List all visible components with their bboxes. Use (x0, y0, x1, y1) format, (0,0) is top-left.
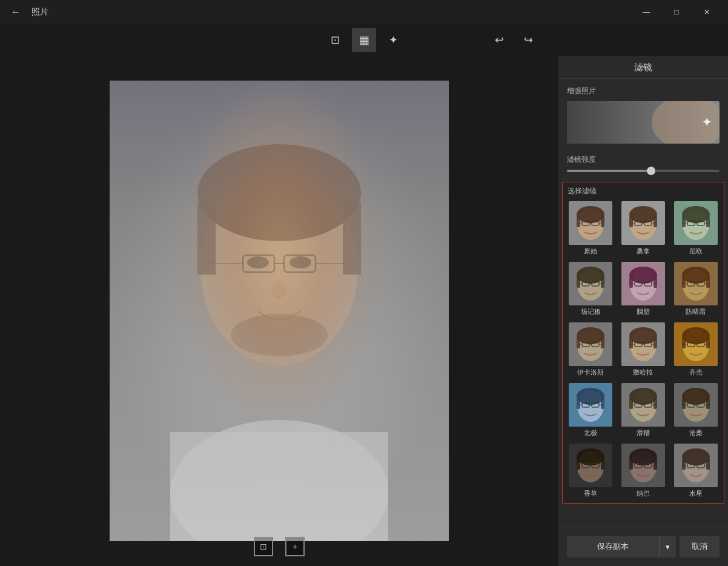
filter-item-xiangcao[interactable]: 香草 (566, 444, 615, 498)
maximize-button[interactable]: □ (663, 2, 690, 22)
svg-point-120 (629, 388, 657, 405)
back-icon: ← (11, 7, 21, 18)
filter-tool-button[interactable]: ✦ (381, 28, 405, 52)
filter-select-label: 选择滤镜 (566, 186, 720, 196)
svg-point-110 (577, 388, 604, 405)
filter-label-changiban: 场记板 (581, 307, 601, 316)
svg-rect-81 (577, 338, 580, 348)
filter-item-naba[interactable]: 纳巴 (619, 444, 668, 498)
filter-strength-slider[interactable] (567, 170, 720, 172)
filter-thumb-huagan (621, 383, 665, 427)
svg-rect-41 (682, 216, 686, 227)
svg-point-70 (682, 267, 710, 284)
slider-fill (567, 170, 651, 172)
crop-icon: ⊡ (331, 33, 340, 47)
svg-rect-142 (601, 459, 604, 470)
filter-item-original[interactable]: 原始 (566, 201, 615, 256)
filter-item-sahala[interactable]: 撒哈拉 (619, 322, 668, 377)
redo-icon: ↪ (524, 33, 533, 47)
svg-point-160 (682, 448, 710, 465)
close-button[interactable]: ✕ (693, 2, 721, 22)
filter-label-xiangcao: 香草 (584, 489, 597, 498)
filter-label-yanchi: 胭脂 (637, 307, 650, 316)
slider-thumb[interactable] (647, 167, 655, 175)
filter-item-shuixing[interactable]: 水星 (671, 444, 720, 498)
fullscreen-button[interactable]: ⊡ (254, 537, 273, 556)
save-copy-button[interactable]: 保存副本 (567, 536, 659, 558)
svg-rect-52 (601, 277, 604, 288)
svg-point-140 (577, 448, 604, 465)
undo-redo-group: ↩ ↪ (487, 28, 540, 52)
svg-rect-131 (682, 398, 686, 409)
save-dropdown-button[interactable]: ▾ (659, 536, 676, 558)
filter-thumb-yikasi (569, 322, 612, 366)
svg-point-80 (577, 327, 604, 344)
filter-thumb-shuixing (674, 444, 718, 487)
filter-item-niou[interactable]: 尼欧 (671, 201, 720, 256)
zoom-in-button[interactable]: + (285, 537, 305, 556)
svg-rect-61 (629, 277, 633, 288)
svg-rect-151 (629, 459, 633, 470)
filter-label-qike: 齐壳 (689, 368, 703, 377)
undo-icon: ↩ (495, 33, 504, 47)
main-area: ⊡ + 滤镜 增强照片 (0, 56, 728, 566)
adjust-tool-button[interactable]: ▦ (352, 28, 376, 52)
filter-item-sangna[interactable]: 桑拿 (619, 201, 668, 256)
enhance-wand-icon: ✦ (701, 115, 712, 130)
main-photo (110, 81, 449, 541)
save-button-group: 保存副本 ▾ (567, 536, 676, 558)
svg-rect-15 (170, 432, 388, 541)
dropdown-arrow-icon: ▾ (666, 542, 670, 551)
filter-label-niou: 尼欧 (689, 247, 703, 256)
filter-select-section: 选择滤镜 原始 (562, 182, 724, 504)
filter-thumb-naba (621, 444, 665, 487)
svg-rect-51 (577, 277, 580, 288)
photo-content (110, 81, 449, 541)
filter-item-changiban[interactable]: 场记板 (566, 262, 615, 316)
cancel-button[interactable]: 取消 (680, 536, 720, 558)
bottom-bar: 保存副本 ▾ 取消 (558, 527, 728, 566)
minimize-button[interactable]: — (632, 2, 660, 22)
svg-rect-72 (706, 277, 710, 288)
enhance-label: 增强照片 (567, 86, 720, 96)
svg-rect-162 (706, 459, 710, 470)
adjust-icon: ▦ (359, 33, 369, 47)
back-button[interactable]: ← (7, 4, 24, 21)
enhance-thumbnail[interactable]: ✦ (567, 101, 720, 144)
panel-title: 滤镜 (558, 56, 728, 79)
filter-item-fangshaishuang[interactable]: 防晒霜 (671, 262, 720, 316)
svg-point-2 (197, 144, 361, 241)
filter-item-beiji[interactable]: 北极 (566, 383, 615, 438)
filter-item-huagan[interactable]: 滑稽 (619, 383, 668, 438)
svg-rect-91 (629, 338, 633, 348)
svg-rect-92 (654, 338, 657, 348)
filter-label-fangshaishuang: 防晒霜 (686, 307, 706, 316)
svg-rect-62 (654, 277, 657, 288)
filter-label-sahala: 撒哈拉 (633, 368, 653, 377)
undo-button[interactable]: ↩ (487, 28, 511, 52)
filter-strength-section: 滤镜强度 (558, 148, 728, 179)
svg-rect-121 (629, 398, 633, 409)
crop-tool-button[interactable]: ⊡ (323, 28, 347, 52)
svg-point-12 (272, 281, 286, 299)
filter-thumb-sahala (621, 322, 665, 366)
svg-rect-111 (577, 398, 580, 409)
filter-item-cangsang[interactable]: 沧桑 (671, 383, 720, 438)
filter-item-qike[interactable]: 齐壳 (671, 322, 720, 377)
svg-point-100 (682, 327, 710, 344)
svg-rect-122 (654, 398, 657, 409)
svg-point-50 (577, 267, 604, 284)
filter-thumb-changiban (569, 262, 612, 305)
svg-point-40 (682, 206, 710, 223)
svg-rect-102 (706, 338, 710, 348)
titlebar-controls: — □ ✕ (632, 2, 721, 22)
filter-item-yikasi[interactable]: 伊卡洛斯 (566, 322, 615, 377)
svg-point-150 (629, 448, 657, 465)
filter-item-yanchi[interactable]: 胭脂 (619, 262, 668, 316)
svg-rect-132 (706, 398, 710, 409)
redo-button[interactable]: ↪ (516, 28, 540, 52)
brightness-icon: ✦ (389, 33, 398, 47)
filter-label-original: 原始 (584, 247, 597, 256)
app-title: 照片 (31, 7, 48, 18)
svg-rect-112 (601, 398, 604, 409)
